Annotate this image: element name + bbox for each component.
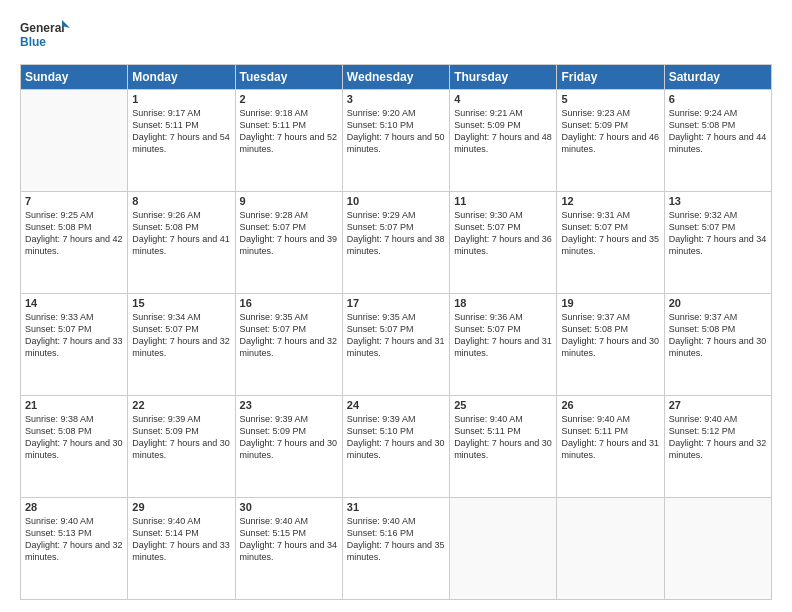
cell-info: Sunrise: 9:24 AMSunset: 5:08 PMDaylight:… xyxy=(669,107,767,156)
calendar-cell: 8Sunrise: 9:26 AMSunset: 5:08 PMDaylight… xyxy=(128,192,235,294)
cell-info: Sunrise: 9:40 AMSunset: 5:16 PMDaylight:… xyxy=(347,515,445,564)
day-number: 30 xyxy=(240,501,338,513)
day-number: 3 xyxy=(347,93,445,105)
calendar-cell: 25Sunrise: 9:40 AMSunset: 5:11 PMDayligh… xyxy=(450,396,557,498)
cell-info: Sunrise: 9:40 AMSunset: 5:15 PMDaylight:… xyxy=(240,515,338,564)
day-number: 14 xyxy=(25,297,123,309)
cell-info: Sunrise: 9:30 AMSunset: 5:07 PMDaylight:… xyxy=(454,209,552,258)
day-header-friday: Friday xyxy=(557,65,664,90)
week-row-3: 21Sunrise: 9:38 AMSunset: 5:08 PMDayligh… xyxy=(21,396,772,498)
day-number: 9 xyxy=(240,195,338,207)
calendar-cell: 20Sunrise: 9:37 AMSunset: 5:08 PMDayligh… xyxy=(664,294,771,396)
header-row: SundayMondayTuesdayWednesdayThursdayFrid… xyxy=(21,65,772,90)
calendar-cell: 29Sunrise: 9:40 AMSunset: 5:14 PMDayligh… xyxy=(128,498,235,600)
calendar-cell: 23Sunrise: 9:39 AMSunset: 5:09 PMDayligh… xyxy=(235,396,342,498)
week-row-2: 14Sunrise: 9:33 AMSunset: 5:07 PMDayligh… xyxy=(21,294,772,396)
cell-info: Sunrise: 9:40 AMSunset: 5:13 PMDaylight:… xyxy=(25,515,123,564)
week-row-1: 7Sunrise: 9:25 AMSunset: 5:08 PMDaylight… xyxy=(21,192,772,294)
day-number: 31 xyxy=(347,501,445,513)
day-number: 4 xyxy=(454,93,552,105)
calendar-cell: 21Sunrise: 9:38 AMSunset: 5:08 PMDayligh… xyxy=(21,396,128,498)
cell-info: Sunrise: 9:40 AMSunset: 5:14 PMDaylight:… xyxy=(132,515,230,564)
day-header-wednesday: Wednesday xyxy=(342,65,449,90)
calendar-cell: 2Sunrise: 9:18 AMSunset: 5:11 PMDaylight… xyxy=(235,90,342,192)
day-number: 24 xyxy=(347,399,445,411)
cell-info: Sunrise: 9:33 AMSunset: 5:07 PMDaylight:… xyxy=(25,311,123,360)
calendar-cell: 31Sunrise: 9:40 AMSunset: 5:16 PMDayligh… xyxy=(342,498,449,600)
cell-info: Sunrise: 9:26 AMSunset: 5:08 PMDaylight:… xyxy=(132,209,230,258)
calendar-cell: 18Sunrise: 9:36 AMSunset: 5:07 PMDayligh… xyxy=(450,294,557,396)
cell-info: Sunrise: 9:38 AMSunset: 5:08 PMDaylight:… xyxy=(25,413,123,462)
cell-info: Sunrise: 9:36 AMSunset: 5:07 PMDaylight:… xyxy=(454,311,552,360)
cell-info: Sunrise: 9:28 AMSunset: 5:07 PMDaylight:… xyxy=(240,209,338,258)
cell-info: Sunrise: 9:39 AMSunset: 5:09 PMDaylight:… xyxy=(132,413,230,462)
cell-info: Sunrise: 9:40 AMSunset: 5:11 PMDaylight:… xyxy=(561,413,659,462)
cell-info: Sunrise: 9:21 AMSunset: 5:09 PMDaylight:… xyxy=(454,107,552,156)
calendar-cell: 14Sunrise: 9:33 AMSunset: 5:07 PMDayligh… xyxy=(21,294,128,396)
day-header-tuesday: Tuesday xyxy=(235,65,342,90)
calendar-cell: 13Sunrise: 9:32 AMSunset: 5:07 PMDayligh… xyxy=(664,192,771,294)
cell-info: Sunrise: 9:20 AMSunset: 5:10 PMDaylight:… xyxy=(347,107,445,156)
cell-info: Sunrise: 9:39 AMSunset: 5:10 PMDaylight:… xyxy=(347,413,445,462)
cell-info: Sunrise: 9:35 AMSunset: 5:07 PMDaylight:… xyxy=(347,311,445,360)
cell-info: Sunrise: 9:31 AMSunset: 5:07 PMDaylight:… xyxy=(561,209,659,258)
day-number: 29 xyxy=(132,501,230,513)
calendar-cell: 15Sunrise: 9:34 AMSunset: 5:07 PMDayligh… xyxy=(128,294,235,396)
day-number: 1 xyxy=(132,93,230,105)
day-number: 22 xyxy=(132,399,230,411)
day-number: 18 xyxy=(454,297,552,309)
day-number: 13 xyxy=(669,195,767,207)
cell-info: Sunrise: 9:35 AMSunset: 5:07 PMDaylight:… xyxy=(240,311,338,360)
calendar-cell: 7Sunrise: 9:25 AMSunset: 5:08 PMDaylight… xyxy=(21,192,128,294)
cell-info: Sunrise: 9:37 AMSunset: 5:08 PMDaylight:… xyxy=(669,311,767,360)
day-number: 8 xyxy=(132,195,230,207)
calendar-cell: 26Sunrise: 9:40 AMSunset: 5:11 PMDayligh… xyxy=(557,396,664,498)
calendar-cell: 4Sunrise: 9:21 AMSunset: 5:09 PMDaylight… xyxy=(450,90,557,192)
day-number: 21 xyxy=(25,399,123,411)
calendar-cell: 3Sunrise: 9:20 AMSunset: 5:10 PMDaylight… xyxy=(342,90,449,192)
cell-info: Sunrise: 9:29 AMSunset: 5:07 PMDaylight:… xyxy=(347,209,445,258)
cell-info: Sunrise: 9:34 AMSunset: 5:07 PMDaylight:… xyxy=(132,311,230,360)
calendar-cell: 17Sunrise: 9:35 AMSunset: 5:07 PMDayligh… xyxy=(342,294,449,396)
day-header-sunday: Sunday xyxy=(21,65,128,90)
calendar-cell: 30Sunrise: 9:40 AMSunset: 5:15 PMDayligh… xyxy=(235,498,342,600)
day-number: 28 xyxy=(25,501,123,513)
day-number: 11 xyxy=(454,195,552,207)
cell-info: Sunrise: 9:40 AMSunset: 5:12 PMDaylight:… xyxy=(669,413,767,462)
svg-text:General: General xyxy=(20,21,65,35)
calendar-cell: 1Sunrise: 9:17 AMSunset: 5:11 PMDaylight… xyxy=(128,90,235,192)
cell-info: Sunrise: 9:32 AMSunset: 5:07 PMDaylight:… xyxy=(669,209,767,258)
day-number: 17 xyxy=(347,297,445,309)
day-number: 10 xyxy=(347,195,445,207)
calendar-cell: 6Sunrise: 9:24 AMSunset: 5:08 PMDaylight… xyxy=(664,90,771,192)
calendar-table: SundayMondayTuesdayWednesdayThursdayFrid… xyxy=(20,64,772,600)
cell-info: Sunrise: 9:17 AMSunset: 5:11 PMDaylight:… xyxy=(132,107,230,156)
calendar-cell: 16Sunrise: 9:35 AMSunset: 5:07 PMDayligh… xyxy=(235,294,342,396)
cell-info: Sunrise: 9:40 AMSunset: 5:11 PMDaylight:… xyxy=(454,413,552,462)
day-header-thursday: Thursday xyxy=(450,65,557,90)
cell-info: Sunrise: 9:25 AMSunset: 5:08 PMDaylight:… xyxy=(25,209,123,258)
day-number: 12 xyxy=(561,195,659,207)
day-number: 16 xyxy=(240,297,338,309)
page: General Blue SundayMondayTuesdayWednesda… xyxy=(0,0,792,612)
calendar-cell: 9Sunrise: 9:28 AMSunset: 5:07 PMDaylight… xyxy=(235,192,342,294)
calendar-cell xyxy=(664,498,771,600)
header: General Blue xyxy=(20,18,772,54)
calendar-cell: 28Sunrise: 9:40 AMSunset: 5:13 PMDayligh… xyxy=(21,498,128,600)
calendar-cell: 22Sunrise: 9:39 AMSunset: 5:09 PMDayligh… xyxy=(128,396,235,498)
logo-svg: General Blue xyxy=(20,18,70,54)
day-number: 23 xyxy=(240,399,338,411)
day-number: 20 xyxy=(669,297,767,309)
day-number: 15 xyxy=(132,297,230,309)
cell-info: Sunrise: 9:39 AMSunset: 5:09 PMDaylight:… xyxy=(240,413,338,462)
calendar-cell: 27Sunrise: 9:40 AMSunset: 5:12 PMDayligh… xyxy=(664,396,771,498)
cell-info: Sunrise: 9:37 AMSunset: 5:08 PMDaylight:… xyxy=(561,311,659,360)
calendar-cell xyxy=(557,498,664,600)
calendar-cell: 11Sunrise: 9:30 AMSunset: 5:07 PMDayligh… xyxy=(450,192,557,294)
logo: General Blue xyxy=(20,18,70,54)
day-header-monday: Monday xyxy=(128,65,235,90)
calendar-cell: 24Sunrise: 9:39 AMSunset: 5:10 PMDayligh… xyxy=(342,396,449,498)
day-number: 6 xyxy=(669,93,767,105)
calendar-cell: 10Sunrise: 9:29 AMSunset: 5:07 PMDayligh… xyxy=(342,192,449,294)
day-number: 27 xyxy=(669,399,767,411)
